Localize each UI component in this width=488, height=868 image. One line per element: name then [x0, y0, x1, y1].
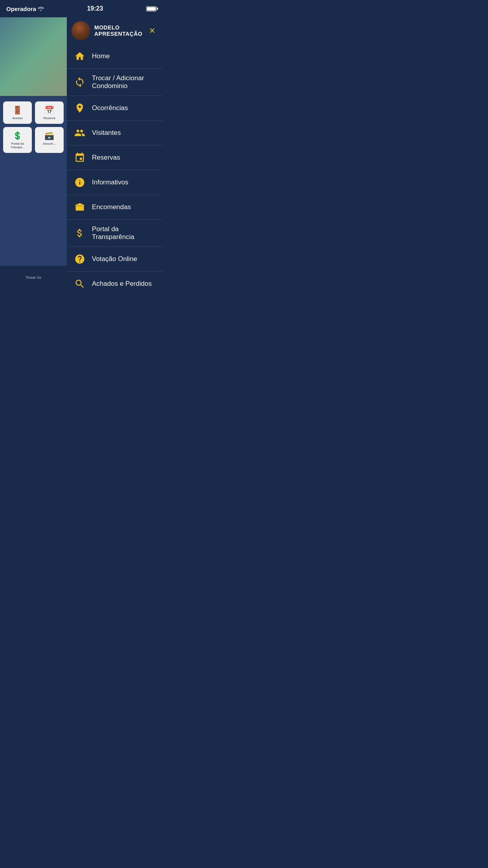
menu-label-encomendas: Encomendas: [92, 203, 131, 211]
wifi-icon: [38, 6, 44, 11]
carrier-wifi: Operadora: [6, 6, 44, 12]
bg-grid-item-reserva: 📅 Reserva: [35, 101, 64, 124]
close-button[interactable]: ✕: [147, 24, 157, 37]
menu-item-votacao-online[interactable]: Votação Online: [67, 247, 163, 272]
menu-item-encomendas[interactable]: Encomendas: [67, 195, 163, 220]
status-bar: Operadora 19:23: [0, 0, 163, 17]
bg-grid-item-docs: 🗃️ Docum...: [35, 127, 64, 153]
avatar: [72, 21, 90, 40]
home-icon: [73, 50, 86, 63]
menu-label-informativos: Informativos: [92, 178, 128, 186]
info-icon: [73, 176, 86, 189]
drawer-menu: MODELO APRESENTAÇÃO ✕ Home Trocar / Adic…: [67, 0, 163, 289]
bg-image: [0, 17, 67, 96]
calendar-icon: [73, 151, 86, 164]
drawer-header: MODELO APRESENTAÇÃO ✕: [67, 17, 163, 44]
menu-label-votacao-online: Votação Online: [92, 255, 137, 263]
menu-label-trocar-condominio: Trocar / Adicionar Condominio: [92, 74, 156, 90]
bg-bottom: Trocar Co: [0, 266, 67, 289]
bg-bottom-label: Trocar Co: [26, 276, 41, 280]
people-icon: [73, 126, 86, 140]
box-icon: [73, 200, 86, 214]
bg-grid: 🚪 Acesso 📅 Reserva 💲 Portal da Transpa..…: [0, 97, 67, 157]
pin-edit-icon: [73, 101, 86, 115]
menu-label-ocorrencias: Ocorrências: [92, 104, 128, 112]
bg-grid-item-access: 🚪 Acesso: [3, 101, 32, 124]
battery-icon: [146, 6, 156, 11]
background-content: 🚪 Acesso 📅 Reserva 💲 Portal da Transpa..…: [0, 0, 67, 289]
dollar-icon: [73, 226, 86, 240]
drawer-title: MODELO APRESENTAÇÃO: [94, 24, 143, 37]
menu-item-home[interactable]: Home: [67, 44, 163, 69]
menu-label-portal-transparencia: Portal da Transparência: [92, 225, 156, 241]
menu-item-ocorrencias[interactable]: Ocorrências: [67, 96, 163, 121]
menu-label-reservas: Reservas: [92, 154, 120, 162]
menu-list: Home Trocar / Adicionar Condominio Ocorr…: [67, 44, 163, 289]
menu-item-informativos[interactable]: Informativos: [67, 170, 163, 195]
question-icon: [73, 252, 86, 266]
menu-label-visitantes: Visitantes: [92, 129, 121, 137]
svg-point-0: [40, 10, 41, 11]
menu-item-portal-transparencia[interactable]: Portal da Transparência: [67, 220, 163, 247]
carrier-text: Operadora: [6, 6, 36, 12]
search-icon: [73, 277, 86, 289]
menu-item-visitantes[interactable]: Visitantes: [67, 121, 163, 145]
refresh-icon: [73, 75, 86, 89]
bg-grid-item-portal: 💲 Portal da Transpa...: [3, 127, 32, 153]
menu-item-achados-perdidos[interactable]: Achados e Perdidos: [67, 272, 163, 289]
menu-item-trocar-condominio[interactable]: Trocar / Adicionar Condominio: [67, 69, 163, 96]
menu-label-home: Home: [92, 52, 110, 60]
time-display: 19:23: [87, 5, 103, 12]
menu-label-achados-perdidos: Achados e Perdidos: [92, 280, 152, 288]
menu-item-reservas[interactable]: Reservas: [67, 145, 163, 170]
